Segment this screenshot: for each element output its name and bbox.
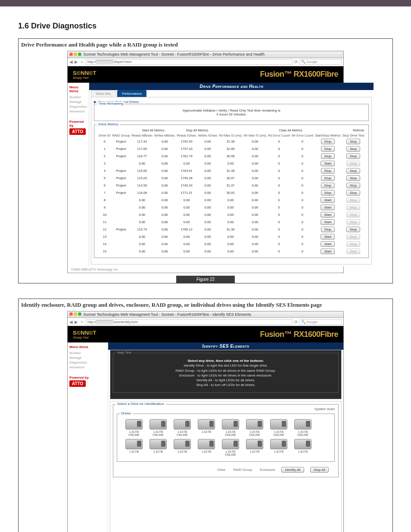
reload-icon[interactable]: ⟳ (294, 320, 298, 324)
table-row: 30.000.000.000.000.000.0000StartStop (98, 160, 365, 167)
drive-test-btn[interactable]: Stop (346, 139, 360, 144)
drive-test-btn[interactable]: Stop (346, 212, 360, 218)
start-stop-btn[interactable]: Stop (321, 227, 335, 232)
drive-test-btn[interactable]: Stop (346, 241, 360, 247)
close-icon[interactable] (69, 312, 73, 316)
window-titlebar-2: Sonnet Technologies Web Managment Tool -… (68, 311, 343, 318)
sidebar-diagnostics[interactable]: Diagnostics (69, 104, 87, 109)
drive-item[interactable]: 1.81TBONLINE (123, 419, 145, 436)
tab-drive-info[interactable]: Drive Info. (91, 90, 116, 97)
id-drive-btn[interactable]: Drive (218, 468, 226, 472)
sidebar-diagnostics[interactable]: Diagnostics (69, 360, 106, 365)
drive-test-btn[interactable]: Stop (346, 183, 360, 188)
drive-item[interactable]: 1.81TBONLINE (220, 439, 241, 456)
drive-test-btn[interactable]: Stop (346, 205, 360, 210)
start-stop-btn[interactable]: Start (321, 161, 335, 166)
drive-test-btn[interactable]: Stop (346, 146, 360, 152)
stop-all-header[interactable]: Stop All Metrics (176, 128, 218, 133)
start-stop-btn[interactable]: Start (321, 212, 335, 218)
nav-fwd-icon[interactable]: ▶ (75, 320, 78, 324)
drive-test-btn[interactable]: Stop (346, 161, 360, 166)
drive-item[interactable]: 1.81TBONLINE (220, 419, 241, 436)
sidebar-manage[interactable]: Manage (69, 100, 87, 104)
drive-item[interactable]: 1.81TBONLINE (268, 419, 290, 436)
minimize-icon[interactable] (74, 53, 77, 56)
nav-add-icon[interactable]: ＋ (80, 319, 84, 325)
start-stop-btn[interactable]: Start (321, 205, 335, 210)
address-bar-1[interactable]: http://▒▒▒▒▒▒▒/dhperf.html (86, 59, 293, 65)
drive-test-btn[interactable]: Stop (346, 249, 360, 254)
drive-test-btn[interactable]: Stop (346, 153, 360, 159)
drive-item[interactable]: 1.81TB (268, 439, 290, 456)
col-header: Reads MB/sec (131, 133, 153, 138)
search-field-1[interactable]: 🔍 Google (299, 59, 342, 65)
window-title-1: Sonnet Technologies Web Managment Tool -… (84, 52, 265, 56)
drive-test-btn[interactable]: Stop (346, 190, 360, 196)
start-stop-btn[interactable]: Start (321, 234, 335, 240)
col-header: Stop Drive Test (342, 133, 365, 138)
drive-item[interactable]: 1.81TBONLINE (147, 419, 169, 436)
nav-back-icon[interactable]: ◀ (69, 320, 73, 324)
tab-performance[interactable]: Performance (117, 90, 146, 97)
close-icon[interactable] (69, 53, 73, 56)
drive-icon (246, 419, 263, 429)
col-header: Rd Error Count (267, 133, 290, 138)
sidebar-advanced[interactable]: Advanced (69, 109, 87, 114)
figure-22-caption: Drive Performance and Health page while … (21, 41, 391, 48)
col-header: Writes MB/sec (153, 133, 176, 138)
drive-item[interactable]: 1.81TB (147, 439, 169, 456)
brand-tagline: Simply Fast (73, 76, 97, 79)
drive-item[interactable]: 1.81TB (292, 439, 314, 456)
drive-test-btn[interactable]: Stop (346, 227, 360, 232)
start-stop-btn[interactable]: Start (321, 197, 335, 203)
nav-add-icon[interactable]: ＋ (80, 59, 84, 65)
system-scan-link[interactable]: System Scan (117, 407, 335, 411)
id-enclosure-btn[interactable]: Enclosure (260, 468, 275, 472)
start-all-header[interactable]: Start All Metrics (131, 128, 176, 133)
refresh-header[interactable]: Refresh (314, 128, 365, 133)
select-drive-box: Select a Drive for Identification System… (113, 404, 339, 477)
sidebar-manage[interactable]: Manage (69, 355, 106, 360)
drive-test-btn[interactable]: Stop (346, 168, 360, 174)
address-bar-2[interactable]: http://▒▒▒▒▒▒▒/sesidentify.html (86, 319, 293, 325)
brand-logo: S©NN©T (73, 70, 97, 76)
nav-fwd-icon[interactable]: ▶ (75, 59, 78, 64)
id-raid-btn[interactable]: RAID Group (234, 468, 252, 472)
drive-test-btn[interactable]: Stop (346, 197, 360, 203)
drive-item[interactable]: 1.81TBONLINE (244, 419, 265, 436)
start-stop-btn[interactable]: Stop (321, 153, 335, 159)
drive-item[interactable]: 1.81TB (123, 439, 145, 456)
start-stop-btn[interactable]: Stop (321, 146, 335, 152)
drive-item[interactable]: 1.81TB (244, 439, 265, 456)
drive-item[interactable]: 1.81TB (196, 419, 217, 436)
start-stop-btn[interactable]: Stop (321, 139, 335, 144)
drive-item[interactable]: 1.81TBONLINE (171, 419, 193, 436)
reload-icon[interactable]: ⟳ (294, 59, 298, 64)
drive-item[interactable]: 1.81TB (171, 439, 193, 456)
minimize-icon[interactable] (74, 312, 77, 316)
start-stop-btn[interactable]: Stop (321, 190, 335, 196)
search-field-2[interactable]: 🔍 Google (299, 319, 342, 325)
identify-all-btn[interactable]: Identify All (281, 467, 304, 473)
zoom-icon[interactable] (78, 312, 81, 316)
start-stop-btn[interactable]: Start (321, 219, 335, 225)
start-stop-btn[interactable]: Stop (321, 183, 335, 188)
drive-test-btn[interactable]: Stop (346, 175, 360, 181)
start-stop-btn[interactable]: Stop (321, 168, 335, 174)
drive-icon (198, 439, 215, 449)
stop-all-btn[interactable]: Stop All (310, 467, 329, 473)
drive-item[interactable]: 1.81TB (196, 439, 217, 456)
drive-item[interactable]: 1.81TBONLINE (292, 419, 314, 436)
zoom-icon[interactable] (78, 53, 81, 56)
nav-back-icon[interactable]: ◀ (69, 59, 73, 64)
sidebar-monitor[interactable]: Monitor (69, 95, 87, 100)
drive-test-btn[interactable]: Stop (346, 234, 360, 240)
sidebar-monitor[interactable]: Monitor (69, 351, 106, 355)
sidebar-advanced[interactable]: Advanced (69, 365, 106, 370)
start-stop-btn[interactable]: Stop (321, 175, 335, 181)
start-stop-btn[interactable]: Start (321, 241, 335, 247)
start-stop-btn[interactable]: Start (321, 249, 335, 254)
page-header-1: Drive Performance and Health (89, 83, 374, 90)
drive-test-btn[interactable]: Stop (346, 219, 360, 225)
clear-all-header[interactable]: Clear All Metrics (267, 128, 314, 133)
